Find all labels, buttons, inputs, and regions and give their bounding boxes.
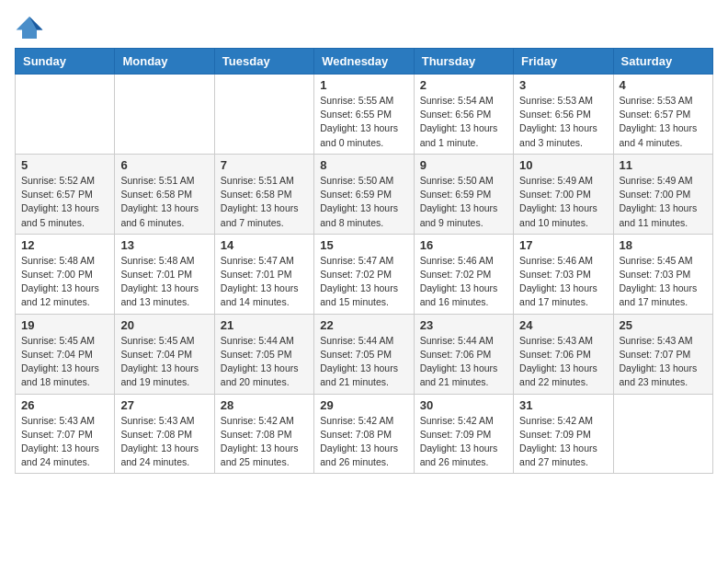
day-number: 10 [519,158,607,172]
day-info: Sunrise: 5:46 AM Sunset: 7:02 PM Dayligh… [420,254,507,310]
day-info: Sunrise: 5:48 AM Sunset: 7:00 PM Dayligh… [21,254,108,310]
calendar-cell: 10Sunrise: 5:49 AM Sunset: 7:00 PM Dayli… [514,154,613,234]
day-info: Sunrise: 5:42 AM Sunset: 7:08 PM Dayligh… [221,414,308,470]
day-info: Sunrise: 5:50 AM Sunset: 6:59 PM Dayligh… [320,174,407,230]
calendar-cell: 13Sunrise: 5:48 AM Sunset: 7:01 PM Dayli… [115,234,214,314]
day-info: Sunrise: 5:55 AM Sunset: 6:55 PM Dayligh… [320,94,407,150]
calendar-cell: 6Sunrise: 5:51 AM Sunset: 6:58 PM Daylig… [115,154,214,234]
day-number: 24 [519,318,607,332]
calendar-cell: 24Sunrise: 5:43 AM Sunset: 7:06 PM Dayli… [514,314,613,394]
day-number: 17 [519,238,607,252]
calendar-header-row: SundayMondayTuesdayWednesdayThursdayFrid… [16,49,713,75]
day-info: Sunrise: 5:43 AM Sunset: 7:07 PM Dayligh… [620,334,707,390]
calendar-cell: 20Sunrise: 5:45 AM Sunset: 7:04 PM Dayli… [115,314,214,394]
day-number: 21 [221,318,308,332]
day-info: Sunrise: 5:43 AM Sunset: 7:07 PM Dayligh… [21,414,108,470]
weekday-header: Friday [514,49,613,75]
day-number: 14 [221,238,308,252]
calendar-cell: 22Sunrise: 5:44 AM Sunset: 7:05 PM Dayli… [314,314,414,394]
calendar-week-row: 5Sunrise: 5:52 AM Sunset: 6:57 PM Daylig… [16,154,713,234]
day-number: 27 [120,398,208,412]
day-number: 13 [120,238,208,252]
calendar-cell: 30Sunrise: 5:42 AM Sunset: 7:09 PM Dayli… [414,394,513,474]
calendar-week-row: 12Sunrise: 5:48 AM Sunset: 7:00 PM Dayli… [16,234,713,314]
day-number: 12 [21,238,108,252]
day-number: 8 [320,158,407,172]
calendar-cell: 8Sunrise: 5:50 AM Sunset: 6:59 PM Daylig… [314,154,414,234]
calendar-cell [214,75,313,155]
day-number: 20 [120,318,208,332]
day-info: Sunrise: 5:50 AM Sunset: 6:59 PM Dayligh… [420,174,507,230]
calendar-cell: 21Sunrise: 5:44 AM Sunset: 7:05 PM Dayli… [214,314,313,394]
calendar-cell [115,75,214,155]
weekday-header: Thursday [414,49,513,75]
calendar-cell: 11Sunrise: 5:49 AM Sunset: 7:00 PM Dayli… [613,154,712,234]
calendar-table: SundayMondayTuesdayWednesdayThursdayFrid… [15,48,713,474]
day-number: 6 [120,158,208,172]
day-info: Sunrise: 5:42 AM Sunset: 7:09 PM Dayligh… [420,414,507,470]
day-info: Sunrise: 5:47 AM Sunset: 7:02 PM Dayligh… [320,254,407,310]
day-number: 23 [420,318,507,332]
day-number: 16 [420,238,507,252]
calendar-cell: 31Sunrise: 5:42 AM Sunset: 7:09 PM Dayli… [514,394,613,474]
day-number: 11 [620,158,707,172]
day-number: 7 [221,158,308,172]
weekday-header: Wednesday [314,49,414,75]
day-number: 19 [21,318,108,332]
day-number: 29 [320,398,407,412]
weekday-header: Sunday [16,49,115,75]
calendar-cell: 19Sunrise: 5:45 AM Sunset: 7:04 PM Dayli… [16,314,115,394]
day-info: Sunrise: 5:47 AM Sunset: 7:01 PM Dayligh… [221,254,308,310]
day-info: Sunrise: 5:42 AM Sunset: 7:08 PM Dayligh… [320,414,407,470]
day-info: Sunrise: 5:42 AM Sunset: 7:09 PM Dayligh… [519,414,607,470]
calendar-cell: 28Sunrise: 5:42 AM Sunset: 7:08 PM Dayli… [214,394,313,474]
day-number: 31 [519,398,607,412]
day-number: 1 [320,78,407,92]
calendar-cell: 29Sunrise: 5:42 AM Sunset: 7:08 PM Dayli… [314,394,414,474]
calendar-cell [613,394,712,474]
logo [15,15,48,40]
day-info: Sunrise: 5:54 AM Sunset: 6:56 PM Dayligh… [420,94,507,150]
day-number: 9 [420,158,507,172]
day-info: Sunrise: 5:45 AM Sunset: 7:03 PM Dayligh… [620,254,707,310]
calendar-cell: 26Sunrise: 5:43 AM Sunset: 7:07 PM Dayli… [16,394,115,474]
calendar-cell [16,75,115,155]
day-info: Sunrise: 5:51 AM Sunset: 6:58 PM Dayligh… [221,174,308,230]
page-header [15,15,713,40]
day-info: Sunrise: 5:44 AM Sunset: 7:06 PM Dayligh… [420,334,507,390]
day-number: 5 [21,158,108,172]
day-info: Sunrise: 5:53 AM Sunset: 6:56 PM Dayligh… [519,94,607,150]
day-info: Sunrise: 5:45 AM Sunset: 7:04 PM Dayligh… [120,334,208,390]
day-number: 18 [620,238,707,252]
calendar-cell: 2Sunrise: 5:54 AM Sunset: 6:56 PM Daylig… [414,75,513,155]
logo-icon [15,15,44,40]
day-number: 22 [320,318,407,332]
day-info: Sunrise: 5:44 AM Sunset: 7:05 PM Dayligh… [320,334,407,390]
weekday-header: Saturday [613,49,712,75]
day-info: Sunrise: 5:46 AM Sunset: 7:03 PM Dayligh… [519,254,607,310]
weekday-header: Tuesday [214,49,313,75]
calendar-cell: 14Sunrise: 5:47 AM Sunset: 7:01 PM Dayli… [214,234,313,314]
calendar-cell: 16Sunrise: 5:46 AM Sunset: 7:02 PM Dayli… [414,234,513,314]
calendar-week-row: 1Sunrise: 5:55 AM Sunset: 6:55 PM Daylig… [16,75,713,155]
calendar-week-row: 19Sunrise: 5:45 AM Sunset: 7:04 PM Dayli… [16,314,713,394]
calendar-week-row: 26Sunrise: 5:43 AM Sunset: 7:07 PM Dayli… [16,394,713,474]
calendar-cell: 7Sunrise: 5:51 AM Sunset: 6:58 PM Daylig… [214,154,313,234]
calendar-cell: 27Sunrise: 5:43 AM Sunset: 7:08 PM Dayli… [115,394,214,474]
day-number: 26 [21,398,108,412]
calendar-cell: 12Sunrise: 5:48 AM Sunset: 7:00 PM Dayli… [16,234,115,314]
calendar-cell: 5Sunrise: 5:52 AM Sunset: 6:57 PM Daylig… [16,154,115,234]
day-info: Sunrise: 5:51 AM Sunset: 6:58 PM Dayligh… [120,174,208,230]
weekday-header: Monday [115,49,214,75]
calendar-cell: 17Sunrise: 5:46 AM Sunset: 7:03 PM Dayli… [514,234,613,314]
day-info: Sunrise: 5:52 AM Sunset: 6:57 PM Dayligh… [21,174,108,230]
day-info: Sunrise: 5:45 AM Sunset: 7:04 PM Dayligh… [21,334,108,390]
calendar-cell: 9Sunrise: 5:50 AM Sunset: 6:59 PM Daylig… [414,154,513,234]
day-number: 25 [620,318,707,332]
day-number: 28 [221,398,308,412]
calendar-cell: 18Sunrise: 5:45 AM Sunset: 7:03 PM Dayli… [613,234,712,314]
calendar-cell: 1Sunrise: 5:55 AM Sunset: 6:55 PM Daylig… [314,75,414,155]
day-info: Sunrise: 5:43 AM Sunset: 7:08 PM Dayligh… [120,414,208,470]
day-number: 30 [420,398,507,412]
calendar-cell: 15Sunrise: 5:47 AM Sunset: 7:02 PM Dayli… [314,234,414,314]
